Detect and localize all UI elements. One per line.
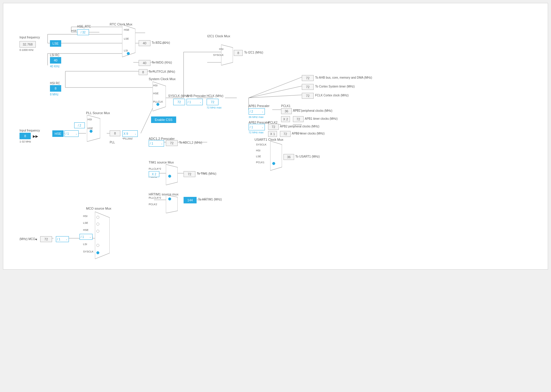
tim1-pclk2-radio[interactable]: [168, 175, 171, 178]
hse-wire-label: HSE: [71, 29, 77, 32]
flitfclk-val-box: 8: [139, 69, 148, 75]
sys-pllclk-radio[interactable]: [156, 103, 159, 106]
apb1-timer-label: APB1 timer clocks (MHz): [305, 117, 338, 120]
mco-pllclk-div1-val: / 1: [81, 235, 84, 239]
pll-hse-wire: HSE: [87, 127, 93, 130]
mco-sysclk-wire: SYSCLK: [83, 250, 94, 253]
tim1-label: To TIM1 (MHz): [197, 172, 216, 175]
svg-marker-55: [166, 195, 178, 213]
lse-freq-input[interactable]: 32.768: [20, 41, 36, 48]
apb2-chevron-icon: ⌄: [262, 126, 264, 129]
ahb-prescaler-dropdown[interactable]: / 1 ⌄: [187, 99, 203, 105]
pclk1-label-text: PCLK1: [281, 104, 291, 108]
pll-mul-dropdown[interactable]: X 9 ⌄: [122, 130, 138, 137]
apb1-prescaler-val: / 2: [250, 110, 253, 113]
adc-label: To ADC1,2 (MHz): [179, 141, 202, 144]
mco-pllclk-div1-dropdown[interactable]: / 1 ⌄: [80, 234, 93, 240]
iwdg-val-box: 40: [139, 60, 150, 66]
cortex-label: To Cortex System timer (MHz): [315, 85, 355, 88]
adc-prescaler-dropdown[interactable]: / 1 ⌄: [149, 140, 164, 147]
apb2-x1-box: X 1: [268, 131, 277, 137]
ahb-prescaler-title: AHB Prescaler: [187, 94, 206, 98]
pclk2-val-box: 72: [268, 124, 279, 130]
mco-source-mux-title: MCO source Mux: [86, 207, 111, 210]
sysclk-val-box: 72: [173, 99, 185, 105]
hrtim1-pclk2-wire: PCLK2: [149, 203, 157, 206]
i2c1-hsi-wire: HSI: [219, 48, 223, 51]
adc-prescaler-val: / 1: [150, 142, 153, 145]
apb1-x2-box: X 2: [281, 116, 290, 122]
mco-lsi-wire: LSI: [83, 243, 87, 246]
mco-hsi-wire: HSI: [83, 215, 87, 218]
mco-label: (MHz) MCO: [20, 237, 35, 241]
sys-clock-mux-title: System Clock Mux: [149, 77, 176, 81]
pll-mul-label-text: *PLLMul: [122, 137, 132, 140]
pll-hsi-wire: HSI: [87, 118, 92, 121]
apb1-prescaler-dropdown[interactable]: / 2 ⌄: [249, 108, 265, 115]
usart1-val-box: 36: [283, 154, 294, 160]
tim1-val-box: 72: [184, 171, 195, 177]
hrtim1-pllclk2-wire: PLLCLK*2: [149, 196, 161, 199]
rtc-to-label: To RTC (KHz): [152, 41, 170, 44]
mco-hse-radio[interactable]: [96, 230, 99, 233]
rtc-lsi-wire: LSI: [124, 49, 128, 52]
apb2-prescaler-dropdown[interactable]: / 1 ⌄: [249, 124, 265, 130]
mco-hse-wire: HSE: [83, 229, 89, 231]
svg-marker-54: [166, 164, 178, 185]
rtc-val-box: 40: [139, 40, 150, 46]
usart1-lse-wire: LSE: [256, 155, 261, 158]
hse-input-freq-label: Input frequency: [20, 129, 40, 132]
ahb-prescaler-val: / 1: [188, 101, 191, 104]
pll-hse-radio[interactable]: [90, 130, 93, 133]
hsi-rc-box: 8: [50, 85, 61, 92]
mco-div1-chevron-icon: ⌄: [66, 238, 68, 241]
hsi-rc-freq-label: 8 MHz: [50, 93, 59, 96]
i2c1-label: To I2C1 (MHz): [244, 51, 263, 54]
i2c1-sysclk-wire: SYSCLK: [213, 54, 224, 56]
lsi-rc-label: LSI RC: [50, 54, 59, 57]
apb1-timer-val-box: 72: [293, 116, 304, 122]
hse-rtc-div-box: / 32: [77, 29, 89, 35]
apb1-max-label: 36 MHz max: [249, 116, 264, 119]
apb1-peri-label: APB1 peripheral clocks (MHz): [293, 109, 332, 112]
enable-css-button[interactable]: Enable CSS: [151, 116, 176, 123]
hse-rtc-wire-label: HSE_RTC: [77, 25, 91, 28]
fclk-label: FCLK Cortex clock (MHz): [315, 94, 349, 97]
adc-prescaler-chevron-icon: ⌄: [161, 142, 163, 145]
sys-hsi-wire: HSI: [153, 84, 158, 87]
rtc-hse-wire: HSE: [124, 28, 129, 31]
mco-hsi-radio[interactable]: [96, 216, 99, 219]
mco-sysclk-radio[interactable]: [96, 251, 99, 254]
usart1-pclk1-radio[interactable]: [272, 162, 275, 165]
i2c1-val-box: 8: [234, 50, 243, 56]
rtc-lsi-radio[interactable]: [127, 52, 130, 55]
pll-hse-div1-dropdown[interactable]: / 1 ⌄: [64, 130, 79, 137]
mco-div1-dropdown[interactable]: / 1 ⌄: [56, 236, 69, 242]
flitfclk-label: To FLITFCLK (MHz): [149, 70, 175, 73]
pll-hse-div1-val: / 1: [66, 132, 69, 135]
pclk1-val-box: 36: [281, 108, 292, 114]
hclk-label-text: HCLK (MHz): [207, 94, 223, 98]
svg-line-24: [249, 95, 302, 98]
tim1-source-mux-title: TIM1 source Mux: [149, 161, 174, 164]
mco-lse-radio[interactable]: [96, 223, 99, 226]
hse-val-box: 8: [20, 133, 31, 139]
hrtim1-label: To HRTIM1 (MHz): [198, 198, 222, 201]
apb1-chevron-icon: ⌄: [262, 110, 264, 113]
hclk-val-box: 72: [207, 99, 218, 105]
hrtim1-val-box: 144: [184, 197, 197, 203]
pll-box-label: PLL: [110, 141, 115, 144]
main-container: Input frequency 32.768 0-1000 KHz LSE LS…: [3, 3, 548, 270]
hrtim1-pllclk2-radio[interactable]: [168, 197, 171, 200]
lse-range-label: 0-1000 KHz: [20, 48, 34, 51]
lsi-rc-box: 40: [50, 57, 61, 64]
svg-line-22: [249, 77, 302, 98]
svg-marker-56: [270, 141, 282, 171]
usart1-mux-shape: [270, 141, 282, 171]
mco-lsi-radio[interactable]: [96, 244, 99, 247]
mco-pllclk-div1-chevron-icon: ⌄: [89, 236, 91, 238]
pll-mul-chevron-icon: ⌄: [134, 132, 137, 135]
clock-diagram: Input frequency 32.768 0-1000 KHz LSE LS…: [6, 6, 544, 266]
lse-box: LSE: [50, 40, 61, 47]
pll-hsi-div2-box: / 2: [74, 122, 85, 128]
